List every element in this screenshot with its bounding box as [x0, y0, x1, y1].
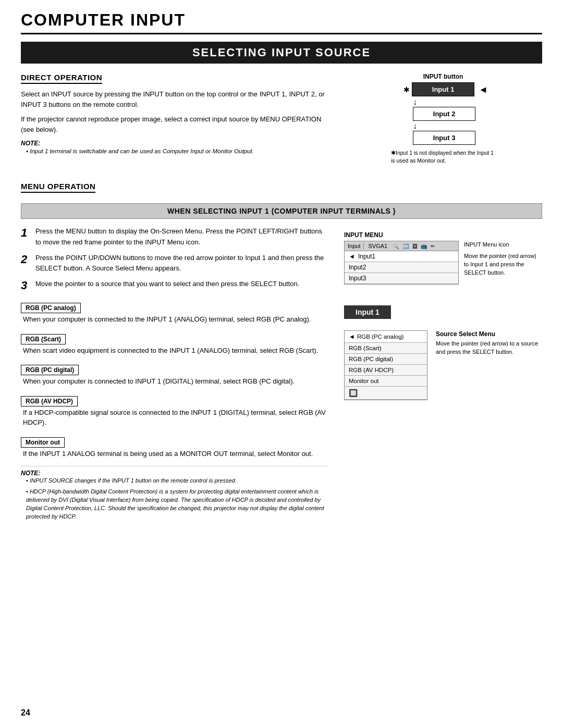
source-select-row-monitor-out: Monitor out [345, 376, 427, 387]
direct-op-note-label: NOTE: [21, 140, 328, 147]
bottom-note-label: NOTE: [21, 470, 328, 477]
option-rgb-av-hdcp: RGB (AV HDCP) If a HDCP-compatible signa… [21, 391, 328, 428]
option-desc-rgb-pc-analog: When your computer is connected to the I… [21, 314, 328, 325]
input-menu-row-input2: Input2 [345, 262, 458, 273]
section-title-bar: SELECTING INPUT SOURCE [21, 42, 542, 64]
input-menu-label: INPUT MENU [344, 231, 542, 239]
input-menu-diagram: INPUT MENU Input SVGA1 🔍 🔤 🖼 📺 ✏ [344, 231, 542, 290]
arrow-down-2: ↓ [413, 122, 475, 130]
source-select-annotation: Move the pointer (red arrow) to a source… [436, 340, 540, 356]
subsection-bar: WHEN SELECTING INPUT 1 (COMPUTER INPUT T… [21, 203, 542, 219]
input-menu-top-svga: SVGA1 [368, 243, 387, 249]
source-select-label-heading: Source Select Menu [436, 330, 540, 338]
input-btn-diagram-label: INPUT button [423, 73, 463, 80]
option-rgb-pc-digital: RGB (PC digital) When your computer is c… [21, 360, 328, 387]
direct-op-note-text: • Input 1 terminal is switchable and can… [21, 147, 328, 156]
step-2: 2 Press the POINT UP/DOWN buttons to mov… [21, 253, 328, 274]
step-2-text: Press the POINT UP/DOWN buttons to move … [35, 253, 328, 274]
page-number: 24 [21, 708, 30, 718]
arrow-input1: ◄ [349, 253, 355, 260]
source-select-diagram: ◄ RGB (PC analog) RGB (Scart) RGB (PC di… [344, 330, 542, 405]
source-select-icon: 🔲 [349, 389, 358, 397]
menu-operation-heading: Menu Operation [21, 182, 95, 193]
option-label-rgb-av-hdcp: RGB (AV HDCP) [21, 396, 78, 406]
input-menu-top-row: Input SVGA1 🔍 🔤 🖼 📺 ✏ [345, 241, 458, 251]
input-menu-annotation2: Move the pointer (red arrow) to Input 1 … [464, 252, 542, 277]
option-desc-rgb-pc-digital: When your computer is connected to INPUT… [21, 376, 328, 387]
input-btn-3: Input 3 [413, 131, 475, 145]
option-desc-monitor-out: If the INPUT 1 ANALOG terminal is being … [21, 449, 328, 459]
bottom-note-1: • INPUT SOURCE changes if the INPUT 1 bu… [21, 477, 328, 485]
input-menu-annotations: INPUT Menu icon Move the pointer (red ar… [464, 241, 542, 277]
source-select-table: ◄ RGB (PC analog) RGB (Scart) RGB (PC di… [344, 330, 427, 400]
source-select-icon-row: 🔲 [345, 387, 427, 400]
input-menu-row-input1: ◄ Input1 [345, 251, 458, 262]
step-1-text: Press the MENU button to display the On-… [35, 226, 328, 247]
main-title: COMPUTER INPUT [21, 10, 542, 34]
input-menu-icons: 🔍 🔤 🖼 📺 ✏ [393, 243, 436, 249]
arrow-source-1: ◄ [349, 333, 355, 340]
input-menu-table: Input SVGA1 🔍 🔤 🖼 📺 ✏ ◄ Input1 [344, 241, 459, 285]
step-3-text: Move the pointer to a source that you wa… [35, 279, 299, 289]
option-desc-rgb-av-hdcp: If a HDCP-compatible signal source is co… [21, 408, 328, 428]
asterisk-symbol: ✱ [403, 85, 410, 94]
input1-highlight-box: Input 1 [344, 305, 391, 319]
step-3: 3 Move the pointer to a source that you … [21, 279, 328, 292]
option-monitor-out: Monitor out If the INPUT 1 ANALOG termin… [21, 432, 328, 459]
step-1: 1 Press the MENU button to display the O… [21, 226, 328, 247]
option-rgb-pc-analog: RGB (PC analog) When your computer is co… [21, 298, 328, 325]
input-btn-footnote: ✱Input 1 is not displayed when the Input… [391, 149, 495, 164]
bottom-note-2: • HDCP (High-bandwidth Digital Content P… [21, 488, 328, 521]
direct-operation-para1: Select an INPUT source by pressing the I… [21, 89, 328, 110]
input-menu-annotation1: INPUT Menu icon [464, 241, 542, 249]
step-1-number: 1 [21, 226, 30, 240]
input-menu-top-cell: Input [348, 243, 364, 249]
input-menu-rows: ◄ Input1 Input2 Input3 [345, 251, 458, 284]
source-select-row-rgb-scart: RGB (Scart) [345, 343, 427, 354]
source-select-row-rgb-pc-analog: ◄ RGB (PC analog) [345, 331, 427, 343]
source-select-label-1: RGB (PC analog) [357, 334, 403, 340]
option-desc-rgb-scart: When scart video equipment is connected … [21, 346, 328, 356]
source-select-label-5: Monitor out [349, 378, 379, 384]
input-menu-row-label-3: Input3 [349, 275, 366, 282]
source-select-label-4: RGB (AV HDCP) [349, 367, 394, 373]
source-select-label-3: RGB (PC digital) [349, 356, 393, 362]
option-label-rgb-scart: RGB (Scart) [21, 334, 66, 344]
input-menu-row-label-2: Input2 [349, 264, 366, 271]
input-menu-row-label-1: Input1 [358, 253, 375, 260]
option-rgb-scart: RGB (Scart) When scart video equipment i… [21, 329, 328, 356]
option-label-monitor-out: Monitor out [21, 437, 65, 448]
arrow-down-1: ↓ [413, 98, 475, 106]
source-select-row-rgb-pc-digital: RGB (PC digital) [345, 354, 427, 365]
source-select-label-2: RGB (Scart) [349, 345, 382, 351]
bottom-notes: NOTE: • INPUT SOURCE changes if the INPU… [21, 466, 328, 521]
input-btn-2: Input 2 [413, 107, 475, 121]
direct-operation-heading: Direct Operation [21, 73, 102, 84]
input-menu-row-input3: Input3 [345, 273, 458, 284]
source-select-row-rgb-av-hdcp: RGB (AV HDCP) [345, 365, 427, 376]
input-btn-1: Input 1 [412, 82, 474, 96]
direct-operation-para2: If the projector cannot reproduce proper… [21, 114, 328, 135]
step-2-number: 2 [21, 253, 30, 266]
option-label-rgb-pc-digital: RGB (PC digital) [21, 365, 79, 375]
step-3-number: 3 [21, 279, 30, 292]
option-label-rgb-pc-analog: RGB (PC analog) [21, 303, 81, 313]
